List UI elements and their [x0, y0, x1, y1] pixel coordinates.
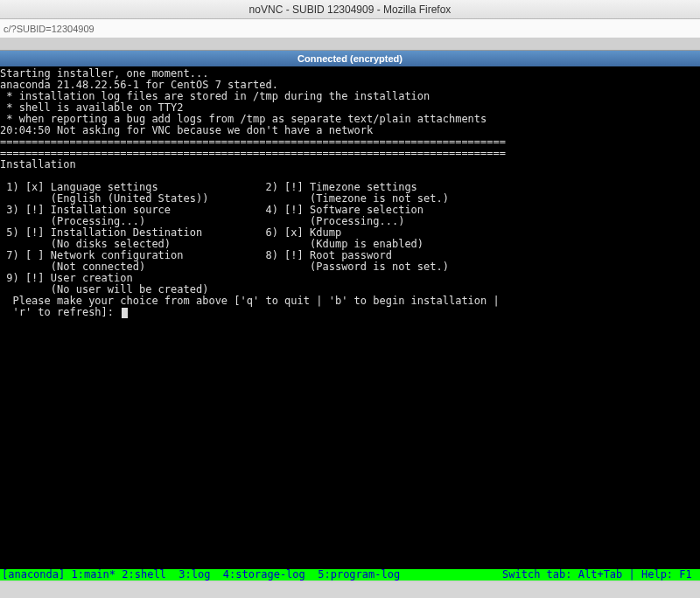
- tmux-status-left: [anaconda] 1:main* 2:shell 3:log 4:stora…: [2, 569, 400, 581]
- terminal-body: Starting installer, one moment... anacon…: [0, 68, 700, 318]
- tmux-status-bar: [anaconda] 1:main* 2:shell 3:log 4:stora…: [0, 569, 700, 581]
- tmux-status-right: Switch tab: Alt+Tab | Help: F1: [502, 569, 698, 581]
- cursor-icon: [122, 308, 128, 318]
- novnc-status-bar: Connected (encrypted): [0, 51, 700, 66]
- bottom-strip: [0, 581, 700, 582]
- window-title: noVNC - SUBID 12304909 - Mozilla Firefox: [0, 0, 700, 19]
- terminal[interactable]: Starting installer, one moment... anacon…: [0, 66, 700, 582]
- browser-chrome-gap: [0, 38, 700, 51]
- url-bar[interactable]: c/?SUBID=12304909: [0, 19, 700, 38]
